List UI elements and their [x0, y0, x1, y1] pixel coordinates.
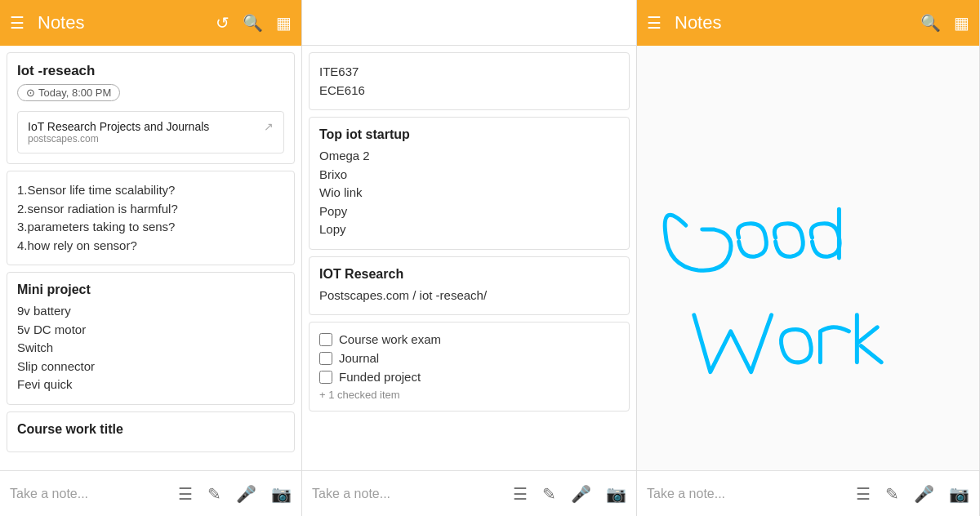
mini-project-title: Mini project — [17, 282, 284, 297]
top-iot-startup-card[interactable]: Top iot startup Omega 2 Brixo Wio link P… — [309, 117, 630, 250]
refresh-icon[interactable]: ↺ — [216, 13, 229, 33]
q1: 1.Sensor life time scalability? — [17, 181, 284, 200]
list-icon[interactable]: ☰ — [178, 484, 193, 504]
pencil-icon[interactable]: ✎ — [207, 484, 221, 504]
right-bottombar: Take a note... ☰ ✎ 🎤 📷 — [637, 470, 979, 516]
iot-research-card[interactable]: IOT Research Postscapes.com / iot -resea… — [309, 256, 630, 316]
menu-icon[interactable]: ☰ — [10, 13, 24, 33]
right-note-placeholder[interactable]: Take a note... — [647, 487, 856, 501]
startup5: Lopy — [319, 220, 619, 239]
note-course-work[interactable]: Course work title — [7, 411, 295, 452]
checkbox-journal-input[interactable] — [319, 352, 332, 365]
camera-icon-r[interactable]: 📷 — [949, 484, 969, 504]
list-icon-r[interactable]: ☰ — [856, 484, 871, 504]
course-work-title: Course work title — [17, 422, 284, 437]
startup2: Brixo — [319, 166, 619, 185]
mic-icon-m[interactable]: 🎤 — [571, 484, 591, 504]
checkbox-coursework[interactable]: Course work exam — [319, 332, 619, 346]
checkbox-funded[interactable]: Funded project — [319, 370, 619, 384]
middle-bottombar: Take a note... ☰ ✎ 🎤 📷 — [302, 470, 636, 516]
right-topbar: ☰ Notes 🔍 ▦ — [637, 0, 979, 46]
left-bottom-icons: ☰ ✎ 🎤 📷 — [178, 484, 292, 504]
codes-card[interactable]: ITE637 ECE616 — [309, 52, 630, 110]
checklist-card[interactable]: Course work exam Journal Funded project … — [309, 322, 630, 411]
item5: Fevi quick — [17, 376, 284, 394]
note-mini-project[interactable]: Mini project 9v battery 5v DC motor Swit… — [7, 272, 295, 405]
checkbox-journal-label: Journal — [339, 351, 379, 365]
external-link-icon: ↗ — [264, 120, 274, 133]
iot-link-card[interactable]: IoT Research Projects and Journals posts… — [17, 111, 284, 153]
right-title: Notes — [675, 12, 907, 33]
search-icon-r[interactable]: 🔍 — [920, 13, 941, 33]
badge-text: Today, 8:00 PM — [38, 87, 111, 99]
startup4: Popy — [319, 202, 619, 221]
clock-icon: ⊙ — [26, 87, 35, 99]
checkbox-coursework-input[interactable] — [319, 333, 332, 346]
link-url: postscapes.com — [28, 133, 209, 145]
middle-notes-list: ITE637 ECE616 Top iot startup Omega 2 Br… — [302, 46, 636, 470]
left-title: Notes — [38, 12, 203, 33]
grid-icon-r[interactable]: ▦ — [954, 13, 969, 33]
grid-icon[interactable]: ▦ — [276, 13, 292, 33]
checked-info: + 1 checked item — [319, 389, 619, 401]
item4: Slip connector — [17, 358, 284, 376]
code2: ECE616 — [319, 82, 619, 100]
iot-startups-body: Omega 2 Brixo Wio link Popy Lopy — [319, 147, 619, 239]
good-work-sketch — [637, 46, 979, 470]
link-info: IoT Research Projects and Journals posts… — [28, 120, 209, 145]
startup1: Omega 2 — [319, 147, 619, 166]
link-title: IoT Research Projects and Journals — [28, 120, 209, 133]
menu-icon-r[interactable]: ☰ — [647, 13, 662, 33]
left-note-placeholder[interactable]: Take a note... — [10, 487, 178, 501]
camera-icon[interactable]: 📷 — [271, 484, 292, 504]
left-bottombar: Take a note... ☰ ✎ 🎤 📷 — [0, 470, 301, 516]
note-iot-research[interactable]: Iot -reseach ⊙ Today, 8:00 PM IoT Resear… — [7, 52, 295, 164]
sketch-area — [637, 46, 979, 470]
item3: Switch — [17, 339, 284, 358]
pencil-icon-r[interactable]: ✎ — [885, 484, 899, 504]
search-icon[interactable]: 🔍 — [243, 13, 263, 33]
mic-icon-r[interactable]: 🎤 — [914, 484, 934, 504]
left-topbar: ☰ Notes ↺ 🔍 ▦ — [0, 0, 301, 46]
iot-research-title: IOT Research — [319, 267, 619, 282]
middle-note-placeholder[interactable]: Take a note... — [312, 487, 513, 501]
q2: 2.sensor radiation is harmful? — [17, 200, 284, 219]
iot-research-body: Postscapes.com / iot -reseach/ — [319, 287, 619, 305]
checkbox-funded-input[interactable] — [319, 371, 332, 384]
q4: 4.how rely on sensor? — [17, 237, 284, 256]
code1: ITE637 — [319, 63, 619, 82]
top-iot-title: Top iot startup — [319, 127, 619, 142]
note-title-iot: Iot -reseach — [17, 63, 284, 79]
checkbox-journal[interactable]: Journal — [319, 351, 619, 365]
checkbox-funded-label: Funded project — [339, 370, 421, 384]
item1: 9v battery — [17, 302, 284, 321]
checkbox-coursework-label: Course work exam — [339, 332, 441, 346]
camera-icon-m[interactable]: 📷 — [606, 484, 626, 504]
middle-bottom-icons: ☰ ✎ 🎤 📷 — [513, 484, 626, 504]
right-panel: ☰ Notes 🔍 ▦ Take a note... — [637, 0, 980, 516]
note-badge-iot: ⊙ Today, 8:00 PM — [17, 84, 120, 101]
mini-project-body: 9v battery 5v DC motor Switch Slip conne… — [17, 302, 284, 394]
startup3: Wio link — [319, 184, 619, 202]
codes-body: ITE637 ECE616 — [319, 63, 619, 100]
questions-body: 1.Sensor life time scalability? 2.sensor… — [17, 181, 284, 255]
note-questions[interactable]: 1.Sensor life time scalability? 2.sensor… — [7, 171, 295, 265]
list-icon-m[interactable]: ☰ — [513, 484, 528, 504]
item2: 5v DC motor — [17, 321, 284, 340]
q3: 3.parameters taking to sens? — [17, 218, 284, 237]
middle-panel: ITE637 ECE616 Top iot startup Omega 2 Br… — [302, 0, 637, 516]
left-panel: ☰ Notes ↺ 🔍 ▦ Iot -reseach ⊙ Today, 8:00… — [0, 0, 302, 516]
right-bottom-icons: ☰ ✎ 🎤 📷 — [856, 484, 969, 504]
pencil-icon-m[interactable]: ✎ — [542, 484, 556, 504]
left-notes-list: Iot -reseach ⊙ Today, 8:00 PM IoT Resear… — [0, 46, 301, 470]
mic-icon[interactable]: 🎤 — [236, 484, 256, 504]
